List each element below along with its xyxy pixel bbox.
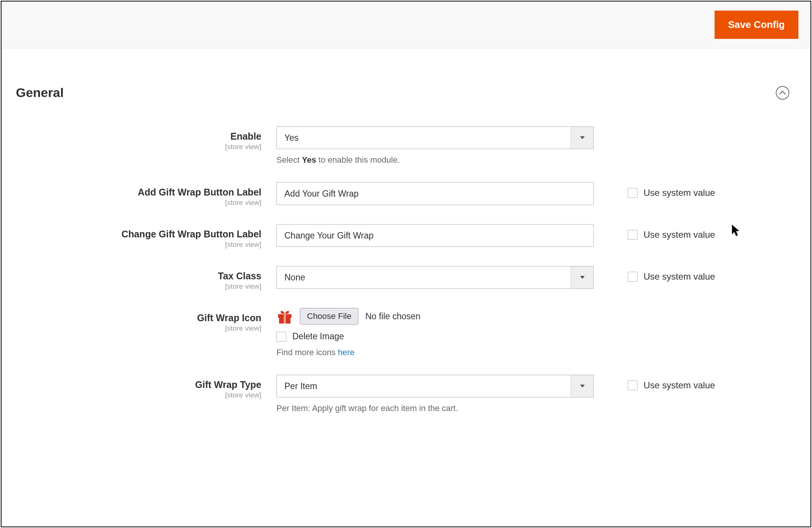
add-btn-label-input[interactable] — [276, 182, 594, 205]
save-config-button[interactable]: Save Config — [715, 11, 798, 39]
use-system-value-checkbox[interactable] — [628, 380, 638, 390]
choose-file-button[interactable]: Choose File — [300, 308, 358, 325]
scope-label: [store view] — [16, 282, 261, 291]
field-gift-wrap-icon: Gift Wrap Icon [store view] — [16, 308, 796, 357]
label-enable: Enable — [16, 131, 261, 142]
scope-label: [store view] — [16, 143, 261, 151]
file-chosen-status: No file chosen — [365, 311, 420, 322]
scope-label: [store view] — [16, 199, 261, 207]
label-gift-wrap-icon: Gift Wrap Icon — [16, 312, 261, 323]
use-system-value-checkbox[interactable] — [628, 230, 638, 240]
use-system-value-checkbox[interactable] — [628, 272, 638, 282]
use-system-value-label[interactable]: Use system value — [644, 380, 715, 391]
enable-select[interactable]: Yes — [276, 126, 594, 149]
gift-icon — [276, 308, 293, 325]
tax-class-select-value: None — [277, 272, 571, 283]
use-system-value-checkbox[interactable] — [628, 188, 638, 198]
chevron-down-icon — [571, 375, 593, 397]
delete-image-checkbox[interactable] — [276, 332, 286, 342]
field-enable: Enable [store view] Yes Select Yes to en… — [16, 126, 796, 165]
tax-class-select[interactable]: None — [276, 266, 594, 289]
scope-label: [store view] — [16, 391, 261, 399]
label-change-btn: Change Gift Wrap Button Label — [16, 229, 261, 240]
scope-label: [store view] — [16, 240, 261, 249]
chevron-down-icon — [571, 266, 593, 288]
icon-helper: Find more icons here — [276, 348, 594, 357]
svg-rect-4 — [284, 314, 286, 324]
field-change-label: Change Gift Wrap Button Label [store vie… — [16, 224, 796, 249]
field-add-label: Add Gift Wrap Button Label [store view] … — [16, 182, 796, 207]
field-gift-wrap-type: Gift Wrap Type [store view] Per Item Per… — [16, 375, 796, 413]
chevron-up-icon[interactable] — [776, 86, 789, 100]
section-title: General — [16, 85, 64, 100]
label-gift-wrap-type: Gift Wrap Type — [16, 379, 261, 390]
find-icons-link[interactable]: here — [338, 348, 355, 357]
gift-wrap-type-select[interactable]: Per Item — [276, 375, 594, 397]
use-system-value-label[interactable]: Use system value — [644, 229, 715, 240]
change-btn-label-input[interactable] — [276, 224, 594, 247]
field-tax-class: Tax Class [store view] None Use system v… — [16, 266, 796, 291]
section-general-header[interactable]: General — [16, 63, 796, 126]
gift-wrap-type-value: Per Item — [277, 381, 571, 391]
header-bar: Save Config — [2, 2, 810, 48]
chevron-down-icon — [571, 127, 593, 149]
svg-marker-1 — [580, 276, 585, 279]
svg-marker-0 — [580, 136, 585, 139]
svg-marker-5 — [580, 385, 585, 388]
scope-label: [store view] — [16, 324, 261, 333]
use-system-value-label[interactable]: Use system value — [644, 188, 715, 198]
type-helper: Per Item: Apply gift wrap for each item … — [276, 403, 594, 413]
label-add-btn: Add Gift Wrap Button Label — [16, 187, 261, 198]
enable-select-value: Yes — [277, 133, 571, 143]
enable-helper: Select Yes to enable this module. — [276, 155, 594, 165]
use-system-value-label[interactable]: Use system value — [644, 271, 715, 282]
delete-image-label[interactable]: Delete Image — [292, 331, 344, 342]
label-tax-class: Tax Class — [16, 271, 261, 282]
